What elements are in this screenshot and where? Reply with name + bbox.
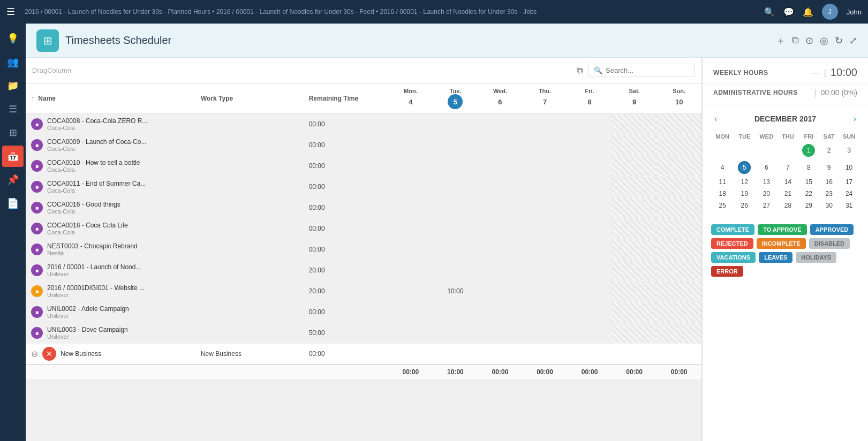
day-cell[interactable] <box>523 156 568 177</box>
day-cell[interactable] <box>433 239 478 260</box>
cal-day-cell[interactable]: 11 <box>711 176 734 188</box>
day-cell[interactable] <box>478 156 523 177</box>
day-cell[interactable] <box>478 260 523 281</box>
project-name-cell[interactable]: ■2016 / 00001 - Launch of Nood...Unileve… <box>26 260 195 281</box>
day-cell[interactable] <box>523 281 568 302</box>
day-cell[interactable] <box>567 281 612 302</box>
cal-day-cell[interactable]: 8 <box>798 159 819 176</box>
cal-day-cell[interactable]: 20 <box>755 188 778 200</box>
project-name-cell[interactable]: ■UNIL0003 - Dove CampaignUnilever <box>26 323 195 344</box>
day-cell[interactable] <box>388 156 433 177</box>
day-cell[interactable] <box>523 260 568 281</box>
day-cell[interactable] <box>478 218 523 239</box>
day-cell[interactable] <box>478 323 523 344</box>
expand-icon[interactable]: ⤢ <box>849 35 857 47</box>
cal-day-cell[interactable]: 13 <box>755 176 778 188</box>
day-cell[interactable] <box>388 135 433 156</box>
day-cell[interactable] <box>523 302 568 323</box>
day-cell[interactable] <box>612 323 657 344</box>
day-cell[interactable] <box>612 344 657 365</box>
copy-action-icon[interactable]: ⧉ <box>792 35 799 46</box>
legend-badge-holidays[interactable]: HOLIDAYS <box>796 252 836 263</box>
day-cell[interactable] <box>612 177 657 197</box>
day-cell[interactable] <box>388 302 433 323</box>
cal-day-cell[interactable]: 25 <box>711 200 734 211</box>
sidebar-item-people[interactable]: 👥 <box>2 51 24 73</box>
chat-icon[interactable]: 💬 <box>783 7 794 17</box>
cal-day-cell[interactable]: 6 <box>755 159 778 176</box>
day-cell[interactable] <box>656 302 701 323</box>
day-cell[interactable] <box>433 135 478 156</box>
day-cell[interactable] <box>656 156 701 177</box>
cal-day-cell[interactable]: 26 <box>734 200 755 211</box>
day-cell[interactable] <box>433 177 478 197</box>
day-cell[interactable] <box>523 114 568 135</box>
sidebar-item-lightbulb[interactable]: 💡 <box>2 28 24 49</box>
day-cell[interactable] <box>656 197 701 218</box>
day-cell[interactable] <box>612 197 657 218</box>
cal-day-cell[interactable]: 5 <box>734 159 755 176</box>
day-cell[interactable] <box>567 218 612 239</box>
sidebar-item-document[interactable]: 📄 <box>2 193 24 214</box>
day-cell[interactable] <box>388 344 433 365</box>
day-cell[interactable] <box>388 114 433 135</box>
day-cell[interactable] <box>567 156 612 177</box>
sidebar-item-table[interactable]: ⊞ <box>2 122 24 143</box>
day-cell[interactable] <box>388 260 433 281</box>
search-input[interactable] <box>606 66 689 74</box>
day-cell[interactable] <box>433 323 478 344</box>
target-icon[interactable]: ◎ <box>820 35 828 47</box>
day-cell[interactable] <box>478 197 523 218</box>
day-cell[interactable] <box>478 135 523 156</box>
cal-day-cell[interactable]: 3 <box>839 142 859 159</box>
day-cell[interactable] <box>656 344 701 365</box>
project-name-cell[interactable]: ■COCA0008 - Coca-Cola ZERO R...Coca-Cola <box>26 114 195 135</box>
project-name-cell[interactable]: ■COCA0011 - End of Summer Ca...Coca-Cola <box>26 177 195 197</box>
day-cell[interactable] <box>523 218 568 239</box>
day-cell[interactable] <box>478 281 523 302</box>
cal-prev-button[interactable]: ‹ <box>711 113 720 125</box>
clock-icon[interactable]: ⊙ <box>805 35 813 47</box>
cal-day-cell[interactable]: 23 <box>819 188 839 200</box>
day-cell[interactable] <box>388 197 433 218</box>
day-cell[interactable]: 10:00 <box>433 281 478 302</box>
search-box[interactable]: 🔍 <box>588 64 695 77</box>
cal-day-cell[interactable]: 19 <box>734 188 755 200</box>
day-cell[interactable] <box>523 239 568 260</box>
day-cell[interactable] <box>656 239 701 260</box>
day-cell[interactable] <box>388 281 433 302</box>
day-cell[interactable] <box>433 156 478 177</box>
day-cell[interactable] <box>388 239 433 260</box>
cal-day-cell[interactable]: 2 <box>819 142 839 159</box>
add-icon[interactable]: ＋ <box>776 34 786 47</box>
col-header-name[interactable]: ↑ Name <box>26 83 195 114</box>
legend-badge-vacations[interactable]: VACATIONS <box>711 252 756 263</box>
day-cell[interactable] <box>612 260 657 281</box>
day-cell[interactable] <box>478 302 523 323</box>
cal-day-cell[interactable]: 18 <box>711 188 734 200</box>
day-cell[interactable] <box>388 218 433 239</box>
day-cell[interactable] <box>478 114 523 135</box>
day-cell[interactable] <box>656 281 701 302</box>
col-header-remaining[interactable]: Remaining Time <box>304 83 388 114</box>
day-cell[interactable] <box>567 302 612 323</box>
col-header-worktype[interactable]: Work Type <box>195 83 304 114</box>
cal-today-marker[interactable]: 1 <box>802 144 815 157</box>
day-cell[interactable] <box>612 135 657 156</box>
day-cell[interactable] <box>478 177 523 197</box>
day-cell[interactable] <box>433 260 478 281</box>
legend-badge-rejected[interactable]: REJECTED <box>711 238 753 249</box>
day-cell[interactable] <box>612 218 657 239</box>
day-cell[interactable] <box>656 218 701 239</box>
cal-next-button[interactable]: › <box>850 113 859 125</box>
expand-row-icon[interactable]: ⊖ <box>31 349 38 359</box>
legend-badge-incomplete[interactable]: INCOMPLETE <box>757 238 806 249</box>
project-name-cell[interactable]: ■COCA0009 - Launch of Coca-Co...Coca-Col… <box>26 135 195 156</box>
cal-day-cell[interactable]: 29 <box>798 200 819 211</box>
cal-day-cell[interactable]: 27 <box>755 200 778 211</box>
bell-icon[interactable]: 🔔 <box>803 7 813 17</box>
day-cell[interactable] <box>388 177 433 197</box>
cal-day-cell[interactable]: 17 <box>839 176 859 188</box>
day-cell[interactable] <box>612 239 657 260</box>
cal-day-cell[interactable]: 10 <box>839 159 859 176</box>
